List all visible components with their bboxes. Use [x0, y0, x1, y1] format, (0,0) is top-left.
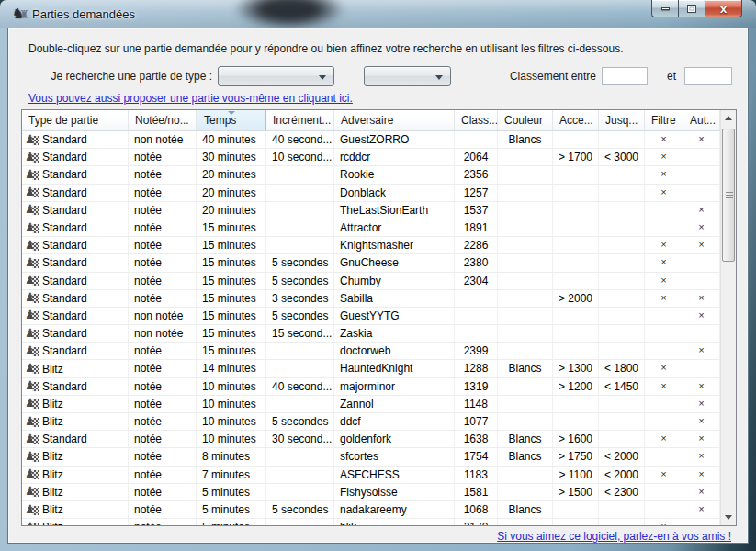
cell-col7: [553, 131, 599, 148]
cell-col9: ×: [645, 131, 683, 148]
table-row[interactable]: Standardnotée20 minutesTheLastSionEarth1…: [22, 202, 720, 219]
thumb-grip-icon: [726, 192, 733, 200]
cell-col8: [599, 166, 645, 183]
cell-col7: > 1600: [553, 431, 599, 447]
game-variant-select[interactable]: [364, 66, 451, 86]
table-row[interactable]: Blitznotée14 minutesHauntedKnight1288Bla…: [22, 360, 720, 377]
chevron-down-icon: [435, 75, 443, 80]
cell-col6: [498, 219, 553, 236]
pawn-icon: [25, 450, 39, 464]
table-row[interactable]: Standardnon notée15 minutes15 second...Z…: [22, 325, 720, 343]
cell-col6: [498, 237, 553, 253]
column-header-8[interactable]: Jusq...: [599, 110, 645, 130]
table-row[interactable]: Blitznotée10 minutesZannol1148×: [22, 396, 720, 413]
cell-col3: 3 secondes: [266, 290, 334, 307]
column-header-4[interactable]: Adversaire: [334, 110, 455, 130]
cell-col5: 2399: [455, 343, 498, 359]
cell-col4: GuestYYTG: [334, 308, 455, 324]
cell-col4: HauntedKnight: [334, 360, 455, 377]
table-row[interactable]: Blitznotée5 minutesFishysoisse1581> 1500…: [22, 484, 720, 501]
cell-col7: [553, 185, 599, 201]
cell-col7: [553, 343, 599, 359]
minimize-button[interactable]: [651, 0, 678, 17]
cell-col7: [553, 413, 599, 430]
table-row[interactable]: Blitznotée7 minutesASFCHESS1183> 1100< 2…: [22, 467, 720, 484]
rating-min-input[interactable]: [602, 67, 648, 85]
table-row[interactable]: Standardnon notée40 minutes40 second...G…: [22, 131, 720, 149]
cell-col3: 5 secondes: [266, 413, 334, 430]
cell-col4: doctorweb: [334, 343, 455, 359]
table-row[interactable]: Blitznotée5 minutes5 secondesnadakareemy…: [22, 501, 720, 519]
titlebar[interactable]: ♞ ♜ Parties demandées x: [0, 0, 756, 28]
cell-col7: > 1300: [553, 360, 599, 377]
table-row[interactable]: Blitznotée8 minutessfcortes1754Blancs> 1…: [22, 448, 720, 466]
column-header-1[interactable]: Notée/no...: [129, 110, 197, 130]
table-row[interactable]: Standardnotée30 minutes10 second...rcddc…: [22, 149, 720, 166]
game-type-select[interactable]: [218, 66, 334, 86]
close-button[interactable]: x: [705, 0, 742, 17]
cell-col10: ×: [683, 413, 720, 430]
cell-col4: Zannol: [334, 396, 455, 412]
pawn-icon: [25, 503, 39, 517]
rating-max-input[interactable]: [684, 67, 732, 85]
cell-col1: notée: [129, 448, 197, 465]
cell-col6: [498, 254, 553, 271]
cell-col2: 20 minutes: [197, 202, 266, 219]
scrollbar-track[interactable]: [721, 126, 736, 510]
cell-col9: [645, 448, 683, 465]
minimize-icon: [661, 7, 670, 10]
cell-col10: ×: [683, 448, 720, 465]
table-row[interactable]: Blitznotée10 minutes5 secondesddcf1077×: [22, 413, 720, 431]
table-row[interactable]: Standardnotée15 minutes5 secondesChumby2…: [22, 273, 720, 290]
column-header-3[interactable]: Incrément...: [266, 110, 334, 130]
table-row[interactable]: Standardnotée15 minutesKnightsmasher2286…: [22, 237, 720, 254]
pawn-icon: [25, 239, 39, 253]
scrollbar-thumb[interactable]: [722, 129, 735, 262]
maximize-button[interactable]: [678, 0, 705, 17]
column-header-5[interactable]: Class...: [455, 110, 498, 130]
cell-col7: [553, 237, 599, 253]
cell-col1: notée: [129, 413, 197, 430]
cell-col8: [599, 202, 645, 219]
cell-col5: 1288: [455, 360, 498, 377]
share-link[interactable]: Si vous aimez ce logiciel, parlez-en à v…: [497, 530, 731, 543]
cell-col3: [266, 343, 334, 359]
cell-col5: 1183: [455, 467, 498, 483]
maximize-icon: [687, 5, 696, 13]
caption-buttons: x: [651, 0, 742, 17]
cell-col7: > 1200: [553, 378, 599, 395]
cell-col3: 5 secondes: [266, 254, 334, 271]
table-row[interactable]: Standardnotée15 minutesdoctorweb2399×: [22, 343, 720, 360]
scroll-up-button[interactable]: [721, 110, 736, 126]
table-row[interactable]: Blitznotée5 minutesblik2170×: [22, 519, 720, 525]
cell-col8: [599, 308, 645, 324]
column-header-7[interactable]: Acce...: [553, 110, 599, 130]
table-row[interactable]: Standardnon notée15 minutes5 secondesGue…: [22, 308, 720, 325]
column-header-9[interactable]: Filtre: [645, 110, 683, 130]
game-type-cell: Blitz: [22, 467, 129, 483]
cell-col5: [455, 290, 498, 307]
scroll-down-button[interactable]: [721, 510, 736, 525]
table-row[interactable]: Standardnotée20 minutesDonblack1257×: [22, 185, 720, 202]
table-row[interactable]: Standardnotée15 minutes3 secondesSabilla…: [22, 290, 720, 308]
table-row[interactable]: Standardnotée10 minutes30 second...golde…: [22, 431, 720, 448]
table-row[interactable]: Standardnotée20 minutesRookie2356×: [22, 166, 720, 184]
cell-col5: 2356: [455, 166, 498, 183]
cell-col6: Blancs: [498, 448, 553, 465]
table-row[interactable]: Standardnotée15 minutes5 secondesGnuChee…: [22, 254, 720, 272]
vertical-scrollbar[interactable]: [720, 110, 736, 525]
cell-col4: Rookie: [334, 166, 455, 183]
cell-col2: 5 minutes: [197, 484, 266, 500]
propose-game-link[interactable]: Vous pouvez aussi proposer une partie vo…: [28, 92, 353, 105]
column-header-0[interactable]: Type de partie: [22, 110, 129, 130]
cell-col10: [683, 149, 720, 165]
column-header-2[interactable]: Temps: [197, 110, 266, 130]
cell-col6: [498, 149, 553, 165]
table-row[interactable]: Standardnotée10 minutes40 second...major…: [22, 378, 720, 396]
column-header-6[interactable]: Couleur: [498, 110, 553, 130]
cell-col10: [683, 185, 720, 201]
table-row[interactable]: Standardnotée15 minutesAttractor1891×: [22, 219, 720, 237]
cell-col10: ×: [683, 484, 720, 500]
cell-col5: [455, 308, 498, 324]
column-header-10[interactable]: Aut...: [683, 110, 720, 130]
